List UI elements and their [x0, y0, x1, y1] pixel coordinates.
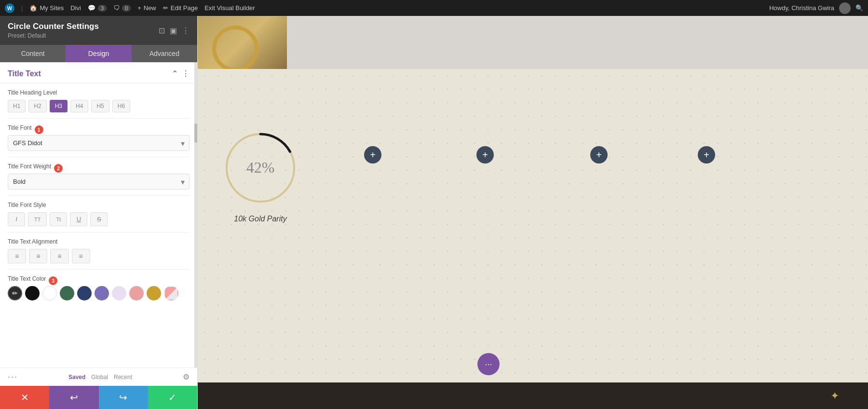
purple-fab[interactable]: ···	[477, 353, 500, 375]
color-black-swatch[interactable]	[25, 286, 40, 300]
divi-link[interactable]: Divi	[70, 4, 81, 12]
align-left-button[interactable]: ≡	[8, 249, 26, 263]
font-style-label: Title Font Style	[8, 202, 190, 208]
panel-preset[interactable]: Preset: Default	[8, 32, 99, 39]
add-button-3[interactable]: +	[590, 146, 608, 164]
italic-button[interactable]: I	[8, 212, 25, 226]
avatar	[839, 2, 851, 14]
action-bar: ✕ ↩ ↪ ✓	[0, 386, 197, 409]
color-navy-swatch[interactable]	[77, 286, 92, 300]
heading-level-field: Title Heading Level H1 H2 H3 H4 H5 H6	[0, 83, 197, 118]
tab-content[interactable]: Content	[0, 45, 66, 62]
strikethrough-button[interactable]: S	[90, 212, 108, 226]
fab-dots-icon: ···	[485, 359, 492, 369]
text-color-badge: 3	[49, 276, 57, 285]
font-label: Title Font	[8, 124, 32, 131]
align-right-button[interactable]: ≡	[50, 249, 68, 263]
comments-icon: 💬	[88, 4, 95, 12]
top-bar-right: Howdy, Christina Gwira 🔍	[769, 2, 863, 14]
user-greeting: Howdy, Christina Gwira	[769, 4, 834, 12]
saved-tab[interactable]: Saved	[68, 374, 85, 381]
h1-button[interactable]: H1	[8, 100, 26, 112]
heading-level-label: Title Heading Level	[8, 89, 190, 96]
add-button-1[interactable]: +	[364, 146, 381, 164]
footer-dots[interactable]: ···	[8, 372, 18, 382]
redo-button[interactable]: ↪	[99, 386, 148, 409]
color-green-swatch[interactable]	[60, 286, 74, 300]
wp-home-icon[interactable]: W	[5, 3, 14, 13]
screen-icon[interactable]: ⊡	[159, 26, 165, 35]
panel-header: Circle Counter Settings Preset: Default …	[0, 16, 197, 45]
color-white-swatch[interactable]	[42, 286, 57, 300]
section-title: Title Text	[8, 69, 41, 78]
color-lavender-swatch[interactable]	[112, 286, 126, 300]
font-select[interactable]: GFS Didot	[8, 135, 190, 151]
bubble-link[interactable]: 🗨 0	[113, 4, 131, 12]
cancel-button[interactable]: ✕	[0, 386, 49, 409]
scroll-indicator[interactable]	[194, 62, 197, 368]
section-header: Title Text ⌃ ⋮	[0, 62, 197, 83]
circle-label: 10k Gold Parity	[212, 215, 309, 223]
font-field: Title Font 1 GFS Didot	[0, 119, 197, 157]
left-panel: Circle Counter Settings Preset: Default …	[0, 16, 198, 409]
right-canvas: 42% 10k Gold Parity + + + + ··· ✦	[198, 16, 868, 409]
tab-advanced[interactable]: Advanced	[132, 45, 197, 62]
h5-button[interactable]: H5	[91, 100, 109, 112]
wordpress-icon: W	[5, 3, 14, 13]
circle-percent-text: 42%	[246, 159, 275, 176]
underline-button[interactable]: U	[70, 212, 87, 226]
color-picker-swatch[interactable]: ✏	[8, 286, 22, 300]
circle-svg: 42%	[219, 127, 301, 209]
search-icon[interactable]: 🔍	[855, 4, 863, 12]
h4-button[interactable]: H4	[70, 100, 88, 112]
font-weight-select-wrapper: Bold	[8, 174, 190, 190]
canvas-bottom-strip: ✦	[198, 382, 868, 409]
canvas-dots	[198, 69, 868, 409]
font-weight-select[interactable]: Bold	[8, 174, 190, 190]
align-center-button[interactable]: ≡	[29, 249, 47, 263]
capitalize-button[interactable]: Tt	[50, 212, 67, 226]
layout-icon[interactable]: ▣	[170, 26, 177, 35]
color-pink-swatch[interactable]	[129, 286, 144, 300]
font-weight-label: Title Font Weight	[8, 163, 51, 170]
home-icon: 🏠	[29, 4, 37, 12]
new-button[interactable]: + New	[137, 4, 156, 12]
uppercase-button[interactable]: TT	[28, 212, 47, 226]
main-layout: Circle Counter Settings Preset: Default …	[0, 16, 868, 409]
edit-page-button[interactable]: ✏ Edit Page	[163, 4, 198, 12]
font-style-field: Title Font Style I TT Tt U S	[0, 196, 197, 232]
footer-tabs: Saved Global Recent	[68, 374, 132, 381]
my-sites-link[interactable]: 🏠 My Sites	[29, 4, 64, 12]
exit-visual-builder-button[interactable]: Exit Visual Builder	[204, 4, 255, 12]
color-gold-swatch[interactable]	[147, 286, 161, 300]
bubble-icon: 🗨	[113, 4, 120, 12]
global-tab[interactable]: Global	[91, 374, 108, 381]
heading-buttons: H1 H2 H3 H4 H5 H6	[8, 100, 190, 112]
add-button-4[interactable]: +	[698, 146, 715, 164]
text-alignment-label: Title Text Alignment	[8, 238, 190, 245]
confirm-button[interactable]: ✓	[148, 386, 197, 409]
circle-counter-widget: 42% 10k Gold Parity	[212, 127, 309, 223]
undo-button[interactable]: ↩	[49, 386, 98, 409]
add-button-2[interactable]: +	[476, 146, 494, 164]
tab-design[interactable]: Design	[66, 45, 131, 62]
comments-link[interactable]: 💬 3	[88, 4, 107, 12]
h3-button[interactable]: H3	[50, 100, 68, 112]
color-stripe-swatch[interactable]	[164, 286, 178, 300]
more-icon[interactable]: ⋮	[182, 26, 190, 35]
align-justify-button[interactable]: ≡	[72, 249, 90, 263]
panel-footer: ··· Saved Global Recent ⚙	[0, 368, 197, 386]
recent-tab[interactable]: Recent	[114, 374, 132, 381]
text-alignment-field: Title Text Alignment ≡ ≡ ≡ ≡	[0, 232, 197, 269]
font-weight-field: Title Font Weight 2 Bold	[0, 157, 197, 195]
h2-button[interactable]: H2	[28, 100, 46, 112]
canvas-top-image	[198, 16, 287, 69]
h6-button[interactable]: H6	[112, 100, 130, 112]
color-purple-swatch[interactable]	[95, 286, 109, 300]
settings-icon[interactable]: ⚙	[183, 372, 190, 382]
scroll-thumb	[194, 123, 197, 143]
font-select-wrapper: GFS Didot	[8, 135, 190, 151]
font-weight-badge: 2	[54, 164, 63, 173]
collapse-icon[interactable]: ⌃	[172, 69, 178, 78]
section-menu-icon[interactable]: ⋮	[182, 69, 190, 78]
